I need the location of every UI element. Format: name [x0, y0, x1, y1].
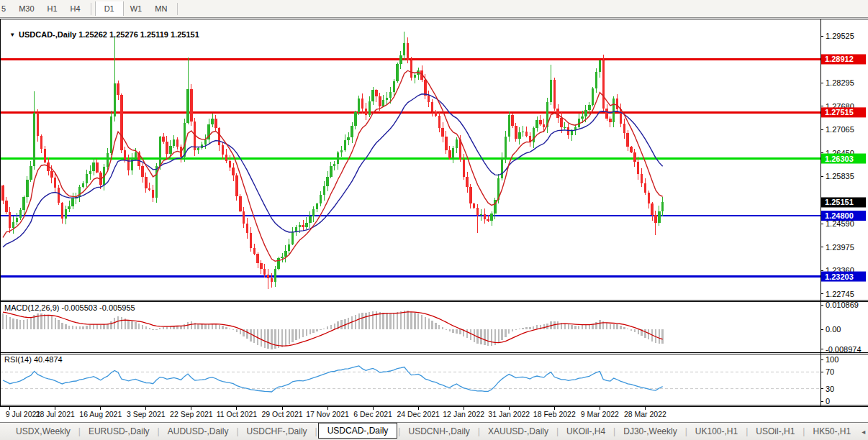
price-level-badge-1.27515-text: 1.27515	[825, 108, 854, 116]
date-label: 31 Jan 2022	[488, 410, 530, 418]
timeframe-button-D1[interactable]: D1	[95, 1, 124, 16]
price-level-badge-1.26303-text: 1.26303	[825, 155, 854, 163]
rsi-axis-label: 0	[826, 397, 830, 405]
rsi-axis-label: 30	[826, 385, 834, 393]
price-axis-label: 1.25835	[826, 172, 854, 180]
tab-audusd-daily[interactable]: AUDUSD-,Daily	[161, 424, 236, 439]
tab-ukoil-h4[interactable]: UKOil-,H4	[559, 424, 612, 439]
tab-usdcnh-daily[interactable]: USDCNH-,Daily	[401, 424, 476, 439]
date-label: 11 Oct 2021	[217, 410, 258, 418]
date-label: 12 Jan 2022	[443, 410, 484, 418]
date-label: 22 Sep 2021	[170, 410, 213, 418]
date-label: 17 Nov 2021	[306, 410, 349, 418]
macd-axis-label: 0.00	[826, 325, 841, 334]
chart-title-symbol: USDCAD-,Daily	[19, 30, 76, 39]
macd-axis-label: 0.010869	[826, 301, 859, 309]
price-level-badge-1.24800-text: 1.24800	[825, 211, 854, 220]
chart-title-ohlc: 1.25262 1.25276 1.25119 1.25151	[78, 30, 199, 39]
timeframe-button-H4[interactable]: H4	[64, 1, 87, 16]
symbol-dropdown-icon[interactable]: ▼	[9, 32, 15, 38]
price-level-badge-1.23203-text: 1.23203	[825, 272, 854, 281]
chart-title: ▼USDCAD-,Daily 1.25262 1.25276 1.25119 1…	[5, 22, 199, 39]
price-axis-label: 1.29525	[826, 32, 854, 40]
tabs-scroll-left-icon[interactable]: ◂	[858, 428, 868, 436]
date-label: 28 Jul 2021	[36, 410, 75, 418]
tab-eurusd-daily[interactable]: EURUSD-,Daily	[81, 424, 157, 439]
toolbar-separator	[177, 3, 178, 15]
date-label: 3 Sep 2021	[127, 410, 166, 418]
tab-usoil-h1[interactable]: USOil-,H1	[749, 424, 802, 439]
tab-usdchf-daily[interactable]: USDCHF-,Daily	[240, 424, 315, 439]
timeframe-button-5[interactable]: 5	[0, 1, 12, 16]
price-axis-label: 1.28295	[826, 78, 854, 87]
symbol-tabbar: USDX,Weekly|EURUSD-,Daily|AUDUSD-,Daily|…	[0, 422, 868, 440]
macd-axis-label: -0.008974	[826, 345, 862, 354]
price-level-badge-1.28912-text: 1.28912	[825, 55, 854, 63]
date-label: 18 Feb 2022	[533, 410, 576, 418]
tab-usdx-weekly[interactable]: USDX,Weekly	[9, 424, 78, 439]
date-label: 24 Dec 2021	[397, 410, 440, 418]
price-axis-label: 1.22745	[826, 290, 854, 298]
timeframe-button-MN[interactable]: MN	[148, 1, 173, 16]
date-label: 29 Oct 2021	[261, 410, 302, 418]
rsi-axis-label: 100	[826, 355, 838, 364]
date-label: 6 Dec 2021	[353, 410, 392, 418]
timeframe-button-M30[interactable]: M30	[12, 1, 40, 16]
chart-canvas[interactable]: 1.295251.282951.276801.270651.264501.258…	[0, 18, 868, 422]
macd-indicator-label: MACD(12,26,9) -0.005503 -0.005955	[4, 303, 135, 312]
timeframe-button-W1[interactable]: W1	[124, 1, 149, 16]
rsi-axis-label: 70	[826, 367, 834, 376]
tab-xauusd-daily[interactable]: XAUUSD-,Daily	[481, 424, 556, 439]
toolbar-separator	[91, 3, 91, 15]
rsi-pane[interactable]	[0, 354, 868, 405]
date-label: 28 Mar 2022	[624, 410, 666, 418]
tab-hk50-h1[interactable]: HK50-,H1	[805, 424, 858, 439]
rsi-indicator-label: RSI(14) 40.4874	[4, 355, 63, 364]
timeframe-button-H1[interactable]: H1	[41, 1, 64, 16]
tab-dj30-weekly[interactable]: DJ30-,Weekly	[616, 424, 684, 439]
timeframe-toolbar: 5M30H1H4D1W1MN	[0, 0, 868, 18]
tab-uk100-h1[interactable]: UK100-,H1	[688, 424, 745, 439]
tab-usdcad-daily[interactable]: USDCAD-,Daily	[318, 423, 398, 439]
date-label: 16 Aug 2021	[79, 410, 122, 418]
current-price-badge-text: 1.25151	[825, 198, 854, 206]
date-label: 9 Mar 2022	[581, 410, 619, 418]
price-axis-label: 1.27065	[826, 125, 854, 134]
price-axis-label: 1.23975	[826, 243, 854, 252]
